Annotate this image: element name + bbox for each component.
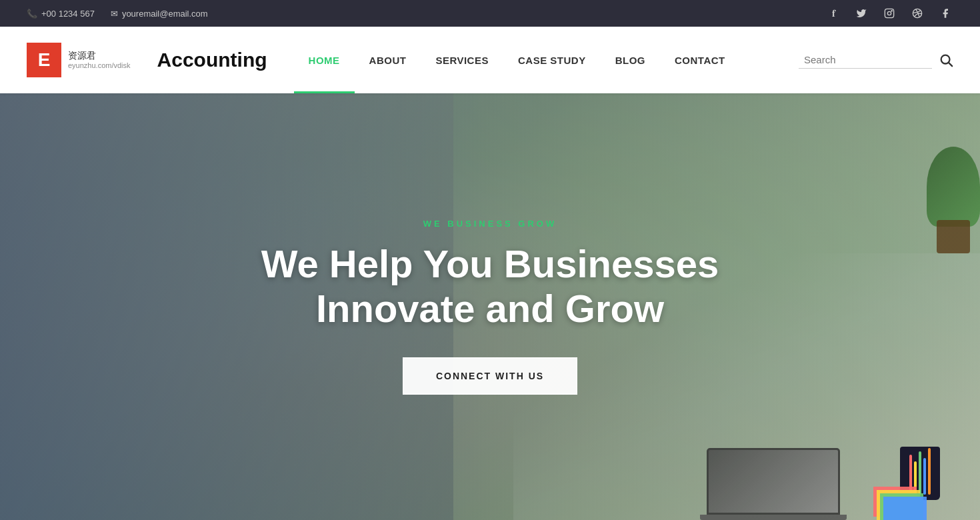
facebook-social-icon[interactable]: [937, 5, 953, 21]
svg-point-1: [887, 11, 891, 15]
search-button[interactable]: [939, 53, 953, 67]
search-input[interactable]: [799, 51, 932, 69]
dribbble-icon[interactable]: [909, 5, 925, 21]
phone-icon: 📞: [27, 9, 37, 19]
nav-services[interactable]: SERVICES: [421, 27, 503, 93]
svg-point-4: [941, 55, 950, 64]
logo-text-block: 资源君 eyunzhu.com/vdisk: [68, 50, 131, 70]
logo-chinese: 资源君: [68, 50, 131, 61]
instagram-icon[interactable]: [881, 5, 897, 21]
svg-rect-0: [885, 9, 893, 17]
email-link[interactable]: ✉ youremail@email.com: [111, 9, 208, 19]
nav-home[interactable]: HOME: [294, 27, 355, 93]
hero-cta-button[interactable]: CONNECT WITH US: [403, 357, 577, 395]
nav-blog[interactable]: BLOG: [601, 27, 660, 93]
logo-area: E 资源君 eyunzhu.com/vdisk Accounting: [27, 43, 267, 77]
email-icon: ✉: [111, 9, 118, 19]
main-nav: HOME ABOUT SERVICES CASE STUDY BLOG CONT…: [294, 27, 799, 93]
hero-content: WE BUSINESS GROW We Help You Businesses …: [261, 219, 719, 395]
site-name: Accounting: [157, 49, 267, 71]
header: E 资源君 eyunzhu.com/vdisk Accounting HOME …: [0, 27, 980, 93]
svg-line-5: [949, 63, 953, 67]
nav-about[interactable]: ABOUT: [355, 27, 421, 93]
search-area: [799, 51, 953, 69]
phone-number: +00 1234 567: [41, 9, 95, 19]
nav-contact[interactable]: CONTACT: [660, 27, 740, 93]
svg-point-2: [891, 11, 892, 11]
top-bar: 📞 +00 1234 567 ✉ youremail@email.com 𝐟: [0, 0, 980, 27]
hero-headline-line1: We Help You Businesses: [261, 242, 719, 285]
hero-section: WE BUSINESS GROW We Help You Businesses …: [0, 93, 980, 520]
social-links: 𝐟: [825, 5, 953, 21]
facebook-icon[interactable]: 𝐟: [825, 5, 841, 21]
logo-url: eyunzhu.com/vdisk: [68, 61, 131, 70]
hero-tagline: WE BUSINESS GROW: [261, 219, 719, 229]
topbar-contact-info: 📞 +00 1234 567 ✉ youremail@email.com: [27, 9, 208, 19]
phone-link[interactable]: 📞 +00 1234 567: [27, 9, 95, 19]
hero-headline: We Help You Businesses Innovate and Grow: [261, 242, 719, 331]
hero-headline-line2: Innovate and Grow: [316, 287, 664, 330]
email-address: youremail@email.com: [122, 9, 208, 19]
twitter-icon[interactable]: [853, 5, 869, 21]
nav-case-study[interactable]: CASE STUDY: [503, 27, 601, 93]
logo-icon: E: [27, 43, 61, 77]
